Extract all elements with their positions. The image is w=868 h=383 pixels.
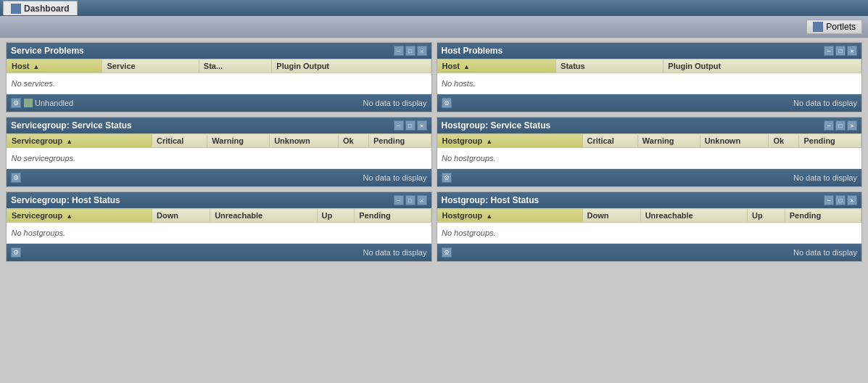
hp-col-status[interactable]: Status [556, 59, 664, 73]
sg-host-status-footer-text: No data to display [363, 248, 426, 257]
sg-host-status-no-data: No hostgroups. [7, 223, 431, 244]
sp-col-status[interactable]: Sta... [199, 59, 271, 73]
sghs-col-unreachable[interactable]: Unreachable [210, 209, 317, 223]
sghs-col-pending[interactable]: Pending [355, 209, 431, 223]
hg-host-status-footer-text: No data to display [793, 248, 857, 257]
hg-host-status-controls: − □ × [824, 195, 857, 205]
hgss-col-hostgroup[interactable]: Hostgroup ▲ [437, 134, 582, 148]
hg-host-status-minimize[interactable]: − [824, 195, 834, 205]
portlets-button[interactable]: Portlets [806, 20, 862, 34]
hg-service-status-header: Hostgroup: Service Status − □ × [437, 118, 862, 133]
sgss-col-servicegroup[interactable]: Servicegroup ▲ [7, 134, 152, 148]
sg-service-status-minimize[interactable]: − [394, 120, 404, 131]
sp-col-host[interactable]: Host ▲ [7, 59, 102, 73]
hgss-col-unknown[interactable]: Unknown [700, 134, 769, 148]
service-problems-controls: − □ × [394, 46, 427, 56]
sg-service-status-footer-left: ⚙ [11, 173, 21, 183]
host-problems-title: Host Problems [442, 46, 503, 56]
hg-service-status-footer-left: ⚙ [442, 173, 452, 183]
sg-host-status-header: Servicegroup: Host Status − □ × [7, 192, 431, 208]
hg-host-status-gear[interactable]: ⚙ [442, 247, 452, 258]
hg-host-status-maximize[interactable]: □ [835, 195, 846, 205]
host-problems-table: Host ▲ Status Plugin Output No hosts. [437, 59, 862, 94]
sg-host-status-panel: Servicegroup: Host Status − □ × Serviceg… [6, 192, 432, 262]
host-problems-maximize[interactable]: □ [835, 46, 846, 56]
sg-service-status-header: Servicegroup: Service Status − □ × [7, 118, 431, 133]
host-problems-no-data: No hosts. [437, 73, 861, 94]
sp-col-plugin[interactable]: Plugin Output [272, 59, 431, 73]
hgss-col-warning[interactable]: Warning [637, 134, 700, 148]
hgss-col-pending[interactable]: Pending [799, 134, 861, 148]
service-problems-maximize[interactable]: □ [405, 46, 416, 56]
sgss-col-critical[interactable]: Critical [152, 134, 207, 148]
hp-col-host[interactable]: Host ▲ [437, 59, 556, 73]
host-problems-header: Host Problems − □ × [437, 43, 862, 59]
portlets-label: Portlets [826, 22, 856, 32]
host-problems-footer-left: ⚙ [442, 98, 452, 108]
host-problems-footer-text: No data to display [793, 99, 857, 107]
host-problems-gear[interactable]: ⚙ [442, 98, 452, 108]
sg-host-status-footer-left: ⚙ [11, 247, 21, 258]
service-problems-no-data: No services. [7, 73, 431, 94]
portlets-icon [813, 22, 823, 32]
sgss-col-ok[interactable]: Ok [338, 134, 368, 148]
sg-service-status-panel: Servicegroup: Service Status − □ × Servi… [6, 117, 432, 187]
sg-service-status-table: Servicegroup ▲ Critical Warning Unknown … [7, 133, 431, 169]
service-problems-gear[interactable]: ⚙ [11, 98, 21, 108]
sp-col-service[interactable]: Service [102, 59, 199, 73]
sg-host-status-gear[interactable]: ⚙ [11, 247, 21, 258]
hg-service-status-table: Hostgroup ▲ Critical Warning Unknown Ok … [437, 133, 862, 169]
sg-service-status-close[interactable]: × [417, 120, 427, 131]
hg-host-status-table: Hostgroup ▲ Down Unreachable Up Pending … [437, 208, 862, 244]
sg-service-status-no-data: No servicegroups. [7, 148, 431, 169]
hg-service-status-maximize[interactable]: □ [835, 120, 846, 131]
sg-service-status-maximize[interactable]: □ [405, 120, 416, 131]
sghs-col-servicegroup[interactable]: Servicegroup ▲ [7, 209, 152, 223]
dashboard-tab-icon [11, 4, 21, 14]
service-problems-footer-left: ⚙ Unhandled [11, 98, 73, 108]
service-problems-minimize[interactable]: − [394, 46, 404, 56]
hg-service-status-footer-text: No data to display [793, 173, 857, 182]
hg-host-status-header: Hostgroup: Host Status − □ × [437, 192, 862, 208]
hghs-col-down[interactable]: Down [582, 209, 640, 223]
sg-host-status-minimize[interactable]: − [394, 195, 404, 205]
hg-host-status-panel: Hostgroup: Host Status − □ × Hostgroup ▲… [437, 192, 863, 262]
sghs-col-up[interactable]: Up [317, 209, 355, 223]
dashboard-tab-label: Dashboard [24, 4, 70, 14]
service-problems-unhandled[interactable]: Unhandled [24, 99, 73, 107]
hg-service-status-gear[interactable]: ⚙ [442, 173, 452, 183]
service-problems-title: Service Problems [11, 46, 84, 56]
hghs-col-up[interactable]: Up [748, 209, 785, 223]
sg-host-status-close[interactable]: × [417, 195, 427, 205]
hg-service-status-minimize[interactable]: − [824, 120, 834, 131]
sgss-col-warning[interactable]: Warning [207, 134, 270, 148]
host-problems-close[interactable]: × [847, 46, 857, 56]
hg-host-status-no-data: No hostgroups. [437, 223, 861, 244]
hghs-col-unreachable[interactable]: Unreachable [640, 209, 747, 223]
second-bar: Portlets [0, 16, 868, 38]
hghs-col-hostgroup[interactable]: Hostgroup ▲ [437, 209, 582, 223]
hg-host-status-close[interactable]: × [847, 195, 857, 205]
sgss-col-unknown[interactable]: Unknown [270, 134, 339, 148]
dashboard-tab[interactable]: Dashboard [3, 1, 78, 15]
hgss-col-critical[interactable]: Critical [582, 134, 637, 148]
sg-service-status-title: Servicegroup: Service Status [11, 120, 132, 131]
sg-host-status-maximize[interactable]: □ [405, 195, 416, 205]
service-problems-close[interactable]: × [417, 46, 427, 56]
sg-service-status-footer: ⚙ No data to display [7, 169, 431, 186]
sg-service-status-gear[interactable]: ⚙ [11, 173, 21, 183]
hg-host-status-footer: ⚙ No data to display [437, 244, 862, 261]
hg-service-status-close[interactable]: × [847, 120, 857, 131]
hg-service-status-no-data: No hostgroups. [437, 148, 861, 169]
hp-col-plugin[interactable]: Plugin Output [664, 59, 861, 73]
host-problems-footer: ⚙ No data to display [437, 94, 862, 112]
hghs-col-pending[interactable]: Pending [785, 209, 861, 223]
sgss-col-pending[interactable]: Pending [368, 134, 431, 148]
sg-service-status-footer-text: No data to display [363, 173, 426, 182]
sg-service-status-controls: − □ × [394, 120, 427, 131]
hgss-col-ok[interactable]: Ok [769, 134, 799, 148]
sghs-col-down[interactable]: Down [152, 209, 210, 223]
host-problems-minimize[interactable]: − [824, 46, 834, 56]
sg-host-status-table: Servicegroup ▲ Down Unreachable Up Pendi… [7, 208, 431, 244]
sg-host-status-controls: − □ × [394, 195, 427, 205]
